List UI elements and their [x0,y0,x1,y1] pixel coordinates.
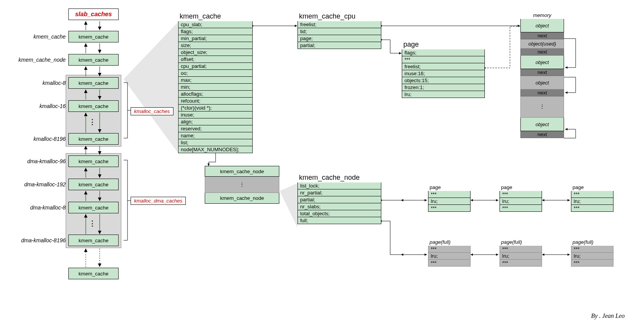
page-small-2: page *** lru; *** [500,184,542,212]
kmem-cache-node-title: kmem_cache_node [297,174,381,182]
signature: By . Jean Leo [591,312,625,319]
page-small-title: page [428,184,471,190]
chain-box-8: kmem_cache [68,202,119,213]
page-field: *** [402,56,485,63]
svg-marker-2 [280,183,297,228]
page-full-title: page(full) [428,239,471,245]
label-kmalloc-8: kmalloc-8 [15,80,66,86]
memory-next: next [520,69,564,76]
memory-next: next [520,49,564,56]
dots-2: ⋮ [87,219,99,228]
label-kmalloc-16: kmalloc-16 [15,103,66,109]
page-full-2: page(full) *** lru; *** [500,239,542,267]
memory-struct: memory object next object(used) next obj… [520,12,564,138]
memory-next: next [520,32,564,39]
page-full-field: *** [500,246,542,253]
dots-1: ⋮ [87,118,99,126]
kmem-cache-field: allocflags; [178,91,253,98]
kmem-cache-field: min; [178,84,253,91]
kmem-cache-field: size; [178,42,253,49]
kmem-cache-field: refcount; [178,98,253,105]
chain-box-1: kmem_cache [68,31,119,42]
page-small-field: lru; [571,198,613,205]
page-full-field: *** [428,246,471,253]
memory-title: memory [520,12,564,18]
page-field: freelist; [402,63,485,70]
cpu-field: tid; [297,28,381,35]
page-small-1: page *** lru; *** [428,184,471,212]
page-full-title: page(full) [571,239,613,245]
chain-box-2: kmem_cache [68,54,119,66]
svg-marker-1 [124,22,178,152]
page-full-field: *** [571,246,613,253]
page-full-title: page(full) [500,239,542,245]
page-full-1: page(full) *** lru; *** [428,239,471,267]
slab-caches-box: slab_caches [68,8,119,20]
node-field: nr_slabs; [297,203,381,210]
page-small-field: lru; [428,198,471,205]
kmem-cache-field: cpu_slab; [178,21,253,28]
page-small-title: page [571,184,613,190]
node-array-struct: kmem_cache_node ⋮ kmem_cache_node [205,166,279,204]
page-small-field: *** [428,205,471,212]
page-small-title: page [500,184,542,190]
page-field: objects:15; [402,77,485,84]
kmem-cache-field: name; [178,132,253,139]
kmem-cache-field: cpu_partial; [178,63,253,70]
kmalloc-dma-caches-label: kmalloc_dma_caches [131,197,186,205]
page-field: flags; [402,49,485,56]
kmem-cache-field: align; [178,118,253,125]
page-full-field: *** [500,260,542,267]
memory-next: next [520,131,564,138]
kmem-cache-field: reserved; [178,125,253,132]
page-small-field: *** [571,205,613,212]
page-title: page [402,41,485,49]
kmalloc-caches-label: kmalloc_caches [131,107,173,115]
node-array-row: kmem_cache_node [205,193,279,204]
kmem-cache-node-struct: kmem_cache_node list_lock; nr_partial; p… [297,174,381,224]
memory-next: next [520,90,564,96]
label-dma-96: dma-kmalloc-96 [8,158,66,164]
cpu-field: freelist; [297,21,381,28]
memory-object-gray: object [520,76,564,90]
label-kmalloc-8196: kmalloc-8196 [15,136,66,142]
chain-box-4: kmem_cache [68,100,119,112]
node-field: nr_partial; [297,189,381,196]
page-full-field: lru; [571,253,613,260]
kmem-cache-field: max; [178,77,253,84]
label-kmem-cache: kmem_cache [15,34,66,40]
kmem-cache-field: flags; [178,28,253,35]
cpu-field: partial; [297,42,381,49]
page-full-field: *** [571,260,613,267]
node-field: total_objects; [297,210,381,217]
page-small-field: *** [428,191,471,198]
node-field: partial; [297,196,381,203]
kmem-cache-field: (*ctor)(void *); [178,105,253,111]
label-dma-192: dma-kmalloc-192 [8,181,66,187]
node-array-dots: ⋮ [205,177,279,193]
kmem-cache-field: inuse; [178,111,253,118]
page-small-field: *** [500,205,542,212]
kmem-cache-field: min_partial; [178,35,253,42]
kmem-cache-field: offset; [178,56,253,63]
chain-box-10: kmem_cache [68,268,119,279]
memory-object: object [520,19,564,32]
page-full-field: lru; [428,253,471,260]
label-kmem-cache-node: kmem_cache_node [15,57,66,63]
label-dma-8196: dma-kmalloc-8196 [8,237,66,243]
page-field: frozen:1; [402,84,485,91]
chain-box-3: kmem_cache [68,77,119,89]
node-field: full; [297,217,381,224]
memory-object-used: object(used) [520,39,564,49]
label-dma-8: dma-kmalloc-8 [8,204,66,211]
kmem-cache-struct: kmem_cache cpu_slab; flags; min_partial;… [178,12,253,153]
page-field: lru; [402,91,485,98]
chain-box-9: kmem_cache [68,235,119,246]
memory-object: object [520,56,564,69]
page-small-3: page *** lru; *** [571,184,613,212]
node-array-row: kmem_cache_node [205,166,279,177]
page-small-field: lru; [500,198,542,205]
kmem-cache-field: list; [178,139,253,146]
kmem-cache-title: kmem_cache [178,12,253,20]
chain-box-7: kmem_cache [68,179,119,190]
